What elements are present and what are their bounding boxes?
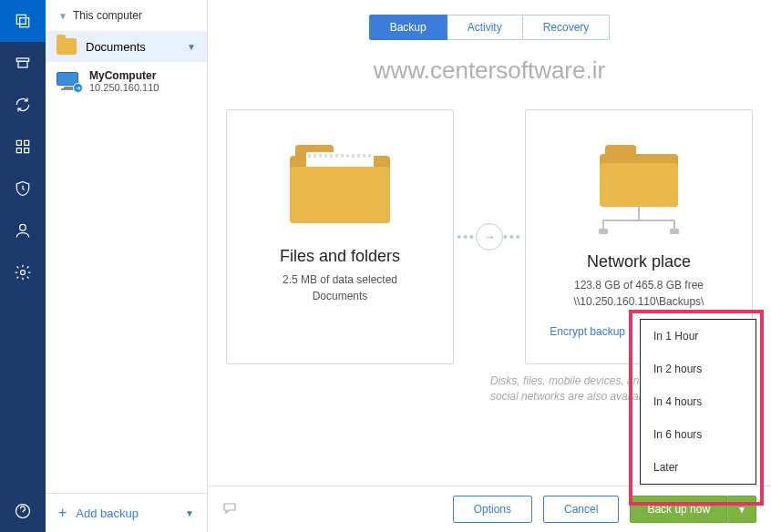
svg-point-9 — [21, 271, 26, 275]
tab-activity[interactable]: Activity — [447, 15, 523, 40]
arrow-right-icon: → — [476, 223, 503, 251]
folder-icon — [57, 38, 77, 55]
rail-archive-icon[interactable] — [0, 42, 46, 84]
rail-sync-icon[interactable] — [0, 84, 46, 126]
svg-rect-6 — [16, 148, 21, 153]
tab-backup[interactable]: Backup — [369, 15, 447, 40]
cancel-button[interactable]: Cancel — [543, 496, 619, 523]
backup-now-button[interactable]: Back up now — [630, 496, 727, 523]
svg-rect-0 — [16, 15, 26, 24]
sidebar-item-device[interactable]: ➜ MyComputer 10.250.160.110 — [46, 62, 207, 100]
svg-rect-3 — [18, 61, 27, 67]
dropdown-item-2h[interactable]: In 2 hours — [641, 353, 756, 385]
rail-user-icon[interactable] — [0, 210, 46, 251]
arrow-connector: ••• → ••• — [454, 109, 525, 364]
rail-settings-icon[interactable] — [0, 251, 46, 293]
network-folder-icon — [589, 136, 689, 236]
sidebar: ▼ This computer Documents ▼ ➜ MyComputer… — [46, 0, 208, 532]
svg-point-8 — [20, 224, 26, 230]
schedule-dropdown: In 1 Hour In 2 hours In 4 hours In 6 hou… — [640, 319, 756, 485]
footer-bar: Options Cancel Back up now ▼ — [208, 486, 771, 532]
dest-line1: 123.8 GB of 465.8 GB free — [574, 277, 704, 293]
svg-rect-1 — [20, 18, 29, 27]
add-backup-label: Add backup — [76, 506, 139, 520]
device-name: MyComputer — [89, 69, 159, 82]
svg-rect-5 — [25, 140, 29, 145]
watermark-text: www.centersoftware.ir — [208, 56, 771, 85]
plus-icon: + — [58, 505, 67, 521]
tree-header-label: This computer — [73, 9, 142, 22]
rail-copy-icon[interactable] — [0, 0, 46, 42]
computer-icon: ➜ — [57, 72, 80, 90]
folder-large-icon — [290, 145, 390, 223]
dropdown-item-6h[interactable]: In 6 hours — [641, 418, 756, 451]
dropdown-item-1h[interactable]: In 1 Hour — [641, 320, 756, 353]
tab-recovery[interactable]: Recovery — [523, 15, 611, 40]
rail-help-icon[interactable] — [0, 490, 46, 532]
comment-icon[interactable] — [222, 502, 237, 517]
options-button[interactable]: Options — [453, 496, 532, 523]
rail-shield-icon[interactable] — [0, 168, 46, 210]
svg-rect-4 — [16, 140, 21, 145]
nav-rail — [0, 0, 46, 532]
tree-header[interactable]: ▼ This computer — [46, 0, 207, 31]
dest-title: Network place — [587, 252, 691, 271]
dropdown-item-4h[interactable]: In 4 hours — [641, 385, 756, 418]
chevron-down-icon[interactable]: ▼ — [187, 42, 196, 52]
sidebar-item-documents[interactable]: Documents ▼ — [46, 31, 207, 62]
backup-now-caret[interactable]: ▼ — [727, 496, 756, 523]
dropdown-item-later[interactable]: Later — [641, 451, 756, 484]
rail-grid-icon[interactable] — [0, 126, 46, 168]
dest-line2: \\10.250.160.110\Backups\ — [574, 293, 704, 310]
main-panel: Backup Activity Recovery www.centersoftw… — [208, 0, 771, 532]
source-title: Files and folders — [280, 247, 400, 266]
svg-rect-7 — [25, 148, 29, 153]
tab-bar: Backup Activity Recovery — [208, 0, 771, 44]
source-card[interactable]: Files and folders 2.5 MB of data selecte… — [226, 109, 454, 364]
chevron-down-icon[interactable]: ▼ — [185, 508, 194, 518]
sidebar-item-label: Documents — [86, 40, 146, 54]
source-line1: 2.5 MB of data selected — [283, 271, 397, 288]
device-address: 10.250.160.110 — [89, 82, 159, 93]
encrypt-link[interactable]: Encrypt backup — [550, 325, 625, 338]
chevron-down-icon: ▼ — [58, 11, 67, 21]
source-line2: Documents — [313, 288, 368, 304]
add-backup-button[interactable]: + Add backup ▼ — [46, 493, 207, 532]
